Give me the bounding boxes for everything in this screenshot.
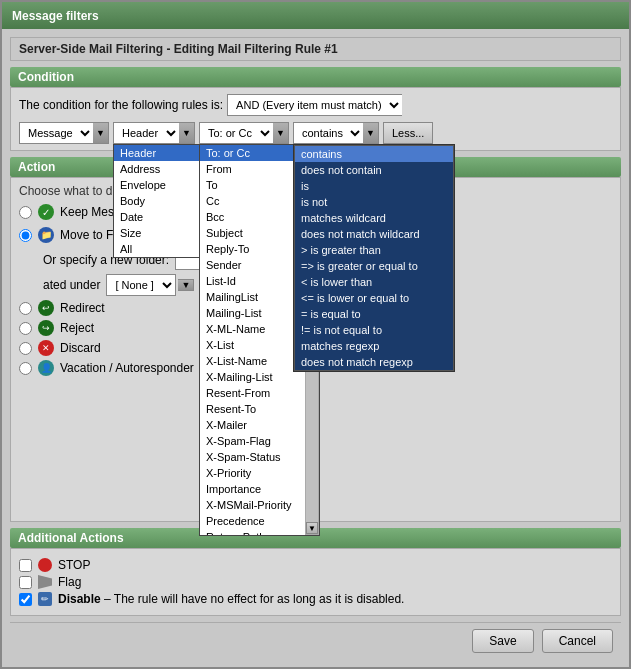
- toorc-item-subject[interactable]: Subject: [200, 225, 305, 241]
- scroll-down[interactable]: ▼: [306, 522, 318, 534]
- toorc-combo[interactable]: To: or Cc ▼: [199, 122, 289, 144]
- disable-checkbox[interactable]: [19, 593, 32, 606]
- cancel-button[interactable]: Cancel: [542, 629, 613, 653]
- redirect-icon: ↩: [38, 300, 54, 316]
- toorc-item-importance[interactable]: Importance: [200, 481, 305, 497]
- reject-icon: ↪: [38, 320, 54, 336]
- header-item-header[interactable]: Header: [114, 145, 202, 161]
- toorc-item-xmsmailpriority[interactable]: X-MSMail-Priority: [200, 497, 305, 513]
- condition-select[interactable]: AND (Every item must match): [227, 94, 402, 116]
- keep-radio[interactable]: [19, 206, 32, 219]
- header-item-all[interactable]: All: [114, 241, 202, 257]
- header-dropdown-btn[interactable]: ▼: [179, 122, 195, 144]
- folder-icon: 📁: [38, 227, 54, 243]
- toorc-item-cc[interactable]: Cc: [200, 193, 305, 209]
- discard-radio[interactable]: [19, 342, 32, 355]
- toorc-item-resentfrom[interactable]: Resent-From: [200, 385, 305, 401]
- toorc-item-mailing-list[interactable]: Mailing-List: [200, 305, 305, 321]
- contains-item-equal[interactable]: = is equal to: [295, 306, 453, 322]
- header-item-envelope[interactable]: Envelope: [114, 177, 202, 193]
- filed-under-select[interactable]: [ None ]: [106, 274, 176, 296]
- contains-item-lowerthan[interactable]: < is lower than: [295, 274, 453, 290]
- subtitle: Server-Side Mail Filtering - Editing Mai…: [10, 37, 621, 61]
- message-combo[interactable]: Message ▼: [19, 122, 109, 144]
- condition-combo[interactable]: AND (Every item must match): [227, 94, 402, 116]
- filed-under-select-wrapper: [ None ] ▼: [106, 274, 194, 296]
- save-button[interactable]: Save: [472, 629, 533, 653]
- flag-icon: [38, 575, 52, 589]
- toorc-item-precedence[interactable]: Precedence: [200, 513, 305, 529]
- flag-checkbox[interactable]: [19, 576, 32, 589]
- additional-content: STOP Flag ✏ Disable – The rule will have…: [10, 548, 621, 616]
- header-item-body[interactable]: Body: [114, 193, 202, 209]
- reject-label: Reject: [60, 321, 94, 335]
- toorc-item-xmailinglist[interactable]: X-Mailing-List: [200, 369, 305, 385]
- header-item-date[interactable]: Date: [114, 209, 202, 225]
- vacation-radio[interactable]: [19, 362, 32, 375]
- reject-radio[interactable]: [19, 322, 32, 335]
- contains-dropdown-list-wrapper: contains does not contain is is not matc…: [293, 144, 455, 372]
- toorc-dropdown-container: To: or Cc ▼ To: or Cc From To Cc Bcc: [199, 122, 289, 144]
- header-select[interactable]: Header: [113, 122, 179, 144]
- toorc-item-xspamstatus[interactable]: X-Spam-Status: [200, 449, 305, 465]
- toorc-item-from[interactable]: From: [200, 161, 305, 177]
- header-item-address[interactable]: Address: [114, 161, 202, 177]
- stop-checkbox[interactable]: [19, 559, 32, 572]
- flag-label: Flag: [58, 575, 81, 589]
- toorc-select[interactable]: To: or Cc: [199, 122, 273, 144]
- window: Message filters Server-Side Mail Filteri…: [0, 0, 631, 669]
- header-combo[interactable]: Header ▼: [113, 122, 195, 144]
- window-content: Server-Side Mail Filtering - Editing Mai…: [2, 29, 629, 667]
- contains-dropdown-btn[interactable]: ▼: [363, 122, 379, 144]
- contains-item-notmatcheswildcard[interactable]: does not match wildcard: [295, 226, 453, 242]
- contains-item-isnot[interactable]: is not: [295, 194, 453, 210]
- contains-item-matcheswildcard[interactable]: matches wildcard: [295, 210, 453, 226]
- title-bar: Message filters: [2, 2, 629, 29]
- contains-item-notcontains[interactable]: does not contain: [295, 162, 453, 178]
- toorc-item-xlist[interactable]: X-List: [200, 337, 305, 353]
- contains-select[interactable]: contains: [293, 122, 363, 144]
- toorc-item-xpriority[interactable]: X-Priority: [200, 465, 305, 481]
- toorc-item-sender[interactable]: Sender: [200, 257, 305, 273]
- toorc-item-xmailer[interactable]: X-Mailer: [200, 417, 305, 433]
- disable-row: ✏ Disable – The rule will have no effect…: [19, 592, 612, 606]
- contains-item-notmatchesregexp[interactable]: does not match regexp: [295, 354, 453, 370]
- toorc-item-toorc[interactable]: To: or Cc: [200, 145, 305, 161]
- toorc-item-returnpath[interactable]: Return-Path: [200, 529, 305, 535]
- disable-bold: Disable: [58, 592, 101, 606]
- contains-item-lowerequal[interactable]: <= is lower or equal to: [295, 290, 453, 306]
- filed-under-dropdown-btn[interactable]: ▼: [178, 279, 194, 291]
- condition-label: The condition for the following rules is…: [19, 98, 223, 112]
- contains-item-matchesregexp[interactable]: matches regexp: [295, 338, 453, 354]
- header-dropdown-list: Header Address Envelope Body Date Size A…: [113, 144, 203, 258]
- toorc-item-xmlname[interactable]: X-ML-Name: [200, 321, 305, 337]
- toorc-item-listid[interactable]: List-Id: [200, 273, 305, 289]
- contains-item-notequal[interactable]: != is not equal to: [295, 322, 453, 338]
- toorc-item-xspamflag[interactable]: X-Spam-Flag: [200, 433, 305, 449]
- toorc-dropdown-list: To: or Cc From To Cc Bcc Subject Reply-T…: [200, 145, 305, 535]
- bottom-bar: Save Cancel: [10, 622, 621, 659]
- condition-section: Condition The condition for the followin…: [10, 67, 621, 151]
- contains-item-greaterthan[interactable]: > is greater than: [295, 242, 453, 258]
- contains-item-greaterequal[interactable]: => is greater or equal to: [295, 258, 453, 274]
- contains-item-is[interactable]: is: [295, 178, 453, 194]
- message-dropdown-btn[interactable]: ▼: [93, 122, 109, 144]
- toorc-item-to[interactable]: To: [200, 177, 305, 193]
- move-radio[interactable]: [19, 229, 32, 242]
- contains-item-contains[interactable]: contains: [295, 146, 453, 162]
- less-button[interactable]: Less...: [383, 122, 433, 144]
- toorc-item-resentto[interactable]: Resent-To: [200, 401, 305, 417]
- toorc-dropdown-btn[interactable]: ▼: [273, 122, 289, 144]
- header-item-size[interactable]: Size: [114, 225, 202, 241]
- redirect-radio[interactable]: [19, 302, 32, 315]
- stop-label: STOP: [58, 558, 90, 572]
- contains-combo[interactable]: contains ▼: [293, 122, 379, 144]
- toorc-item-bcc[interactable]: Bcc: [200, 209, 305, 225]
- message-select[interactable]: Message: [19, 122, 93, 144]
- contains-dropdown-container: contains ▼ contains does not contain is …: [293, 122, 379, 144]
- disable-icon: ✏: [38, 592, 52, 606]
- toorc-item-mailinglist[interactable]: MailingList: [200, 289, 305, 305]
- toorc-item-replyto[interactable]: Reply-To: [200, 241, 305, 257]
- additional-section: Additional Actions STOP Flag ✏: [10, 528, 621, 616]
- toorc-item-xlistname[interactable]: X-List-Name: [200, 353, 305, 369]
